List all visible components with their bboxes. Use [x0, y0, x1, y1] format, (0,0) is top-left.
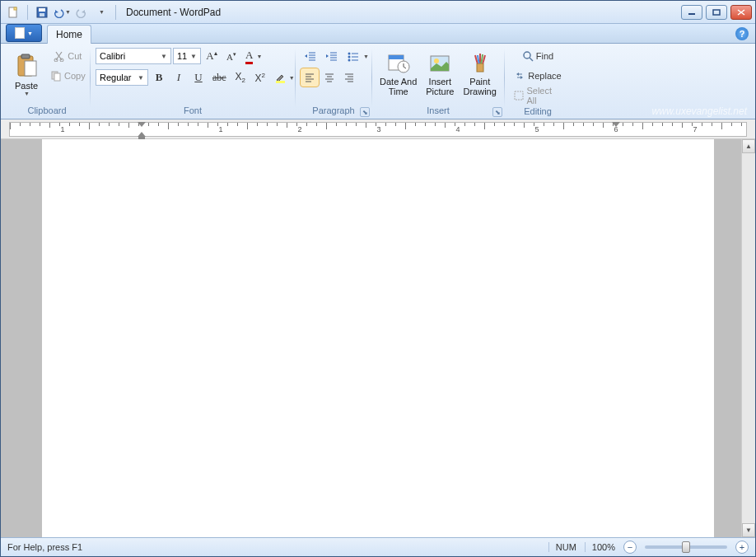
paste-button[interactable]: Paste ▼: [9, 47, 44, 101]
chevron-down-icon: ▼: [65, 9, 71, 15]
replace-icon: [514, 70, 525, 82]
separator: [115, 5, 116, 20]
calendar-clock-icon: [387, 52, 410, 75]
scroll-up-button[interactable]: ▲: [742, 139, 755, 153]
decrease-indent-button[interactable]: [301, 47, 320, 65]
zoom-out-button[interactable]: −: [623, 541, 637, 554]
italic-icon: I: [177, 71, 180, 84]
copy-button[interactable]: Copy: [47, 67, 89, 85]
quick-access-toolbar: ▼ ▼: [4, 3, 119, 21]
paint-drawing-button[interactable]: Paint Drawing: [460, 47, 499, 101]
horizontal-ruler[interactable]: 11234567: [9, 122, 747, 137]
insert-dialog-launcher[interactable]: ⬊: [492, 107, 502, 117]
replace-button[interactable]: Replace: [510, 67, 566, 85]
font-color-button[interactable]: A▼: [242, 47, 265, 65]
ruler-number: 3: [376, 125, 380, 133]
zoom-slider[interactable]: [645, 545, 727, 549]
right-indent-marker[interactable]: [612, 122, 620, 127]
chevron-down-icon: ▼: [256, 54, 262, 59]
ruler-number: 1: [218, 125, 222, 133]
help-button[interactable]: ?: [735, 27, 749, 40]
subscript-button[interactable]: X2: [231, 68, 250, 87]
ruler-number: 2: [297, 125, 301, 133]
paragraph-dialog-launcher[interactable]: ⬊: [360, 107, 370, 117]
scroll-down-button[interactable]: ▼: [742, 523, 755, 537]
group-label-font: Font: [96, 104, 290, 117]
chevron-down-icon: ▼: [289, 75, 295, 81]
titlebar: ▼ ▼ Document - WordPad: [1, 1, 755, 24]
app-window: ▼ ▼ Document - WordPad ▼ Home ?: [0, 0, 756, 557]
tab-home[interactable]: Home: [47, 25, 91, 44]
svg-point-16: [348, 56, 351, 59]
zoom-in-button[interactable]: +: [735, 541, 749, 554]
status-numlock: NUM: [548, 542, 576, 552]
undo-icon: [53, 7, 64, 18]
qat-customize-button[interactable]: ▼: [92, 3, 110, 21]
svg-rect-6: [713, 10, 720, 15]
ruler-area: 11234567: [1, 119, 755, 139]
grow-font-button[interactable]: A▴: [203, 47, 221, 65]
bold-button[interactable]: B: [150, 68, 168, 87]
bullet-list-button[interactable]: ▼: [343, 47, 372, 65]
indent-marker[interactable]: [138, 122, 146, 127]
redo-button[interactable]: [72, 3, 91, 21]
new-doc-icon: [7, 6, 20, 19]
svg-rect-5: [688, 13, 695, 15]
subscript-icon: X2: [235, 71, 245, 84]
minimize-button[interactable]: [681, 5, 702, 20]
maximize-icon: [712, 9, 721, 16]
save-button[interactable]: [33, 3, 51, 21]
font-name-select[interactable]: Calibri▼: [96, 48, 171, 64]
font-name-value: Calibri: [100, 51, 125, 61]
bold-icon: B: [156, 71, 163, 84]
chevron-down-icon: ▼: [99, 9, 105, 15]
increase-indent-button[interactable]: [322, 47, 342, 65]
separator: [27, 5, 28, 20]
vertical-scrollbar[interactable]: ▲ ▼: [741, 139, 755, 537]
font-size-select[interactable]: 11▼: [173, 48, 201, 64]
watermark: www.uxevangelist.net: [652, 105, 747, 117]
group-clipboard: Paste ▼ Cut Copy Clipboard: [4, 45, 90, 119]
highlight-color-button[interactable]: ▼: [271, 68, 298, 87]
svg-rect-1: [14, 7, 16, 10]
align-center-button[interactable]: [320, 68, 338, 87]
align-left-button[interactable]: [301, 68, 319, 87]
list-icon: [347, 50, 360, 62]
insert-picture-button[interactable]: Insert Picture: [422, 47, 457, 101]
group-label-insert: Insert: [377, 104, 499, 117]
date-time-label: Date And Time: [380, 77, 417, 96]
document-page[interactable]: [42, 139, 714, 537]
underline-button[interactable]: U: [189, 68, 208, 87]
svg-rect-4: [40, 13, 44, 16]
status-help-text: For Help, press F1: [7, 542, 82, 552]
decrease-indent-icon: [304, 50, 317, 62]
zoom-slider-thumb[interactable]: [682, 541, 690, 553]
date-time-button[interactable]: Date And Time: [377, 47, 419, 101]
close-button[interactable]: [730, 5, 752, 20]
align-right-button[interactable]: [340, 68, 358, 87]
shrink-font-button[interactable]: A▾: [222, 47, 240, 65]
svg-rect-13: [54, 73, 60, 81]
cut-button[interactable]: Cut: [47, 47, 89, 65]
italic-button[interactable]: I: [170, 68, 188, 87]
superscript-button[interactable]: X2: [251, 68, 269, 87]
window-controls: [681, 5, 752, 20]
file-menu-button[interactable]: ▼: [6, 24, 42, 42]
copy-label: Copy: [64, 71, 86, 81]
font-style-select[interactable]: Regular▼: [96, 69, 148, 86]
chevron-down-icon: ▼: [190, 53, 197, 60]
find-icon: [522, 50, 534, 62]
new-document-button[interactable]: [4, 3, 22, 21]
find-button[interactable]: Find: [510, 47, 566, 65]
maximize-button[interactable]: [706, 5, 727, 20]
select-all-label: Select All: [526, 86, 562, 105]
replace-label: Replace: [528, 71, 561, 81]
copy-icon: [50, 70, 62, 82]
strikethrough-button[interactable]: abc: [209, 68, 230, 87]
svg-rect-25: [515, 91, 523, 100]
group-label-paragraph: Paragraph: [301, 104, 366, 117]
group-editing: Find Replace Select All Editing: [505, 45, 571, 119]
align-left-icon: [304, 72, 315, 83]
select-all-button[interactable]: Select All: [510, 87, 566, 105]
undo-button[interactable]: ▼: [53, 3, 71, 21]
